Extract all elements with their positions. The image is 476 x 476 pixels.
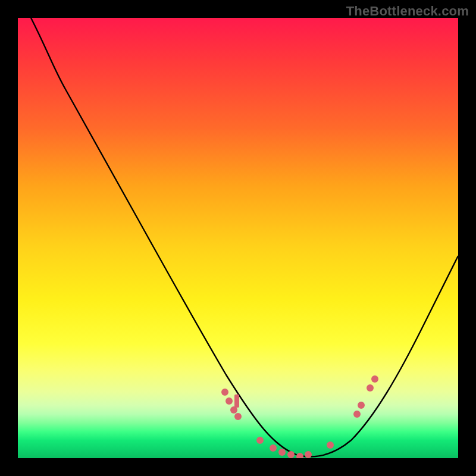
svg-point-15 — [371, 375, 378, 383]
svg-point-5 — [256, 437, 264, 444]
bottleneck-curve — [31, 18, 458, 457]
svg-point-7 — [278, 449, 286, 456]
attribution-label: TheBottleneck.com — [346, 4, 469, 19]
svg-point-0 — [221, 389, 228, 396]
chart-svg — [18, 18, 458, 458]
svg-point-14 — [367, 384, 374, 392]
svg-point-10 — [305, 451, 312, 458]
svg-point-11 — [327, 441, 334, 449]
chart-plot-area — [18, 18, 458, 458]
svg-point-6 — [270, 444, 277, 452]
svg-rect-4 — [234, 394, 239, 408]
highlighted-points — [221, 375, 378, 458]
svg-point-1 — [226, 397, 233, 405]
svg-point-8 — [287, 451, 295, 458]
svg-point-9 — [296, 453, 303, 458]
svg-point-3 — [234, 413, 242, 420]
svg-point-12 — [353, 411, 361, 418]
svg-point-13 — [358, 402, 365, 409]
